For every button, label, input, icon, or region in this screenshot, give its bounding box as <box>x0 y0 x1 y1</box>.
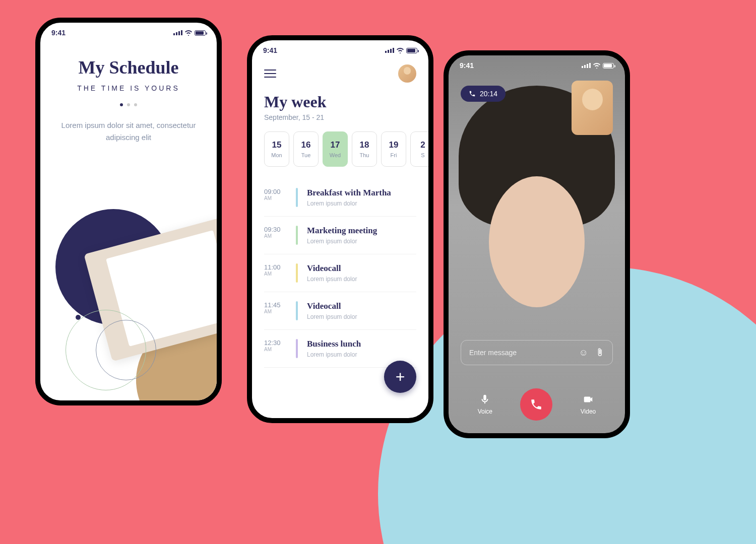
event-ampm: AM <box>264 195 287 201</box>
day-thu[interactable]: 18Thu <box>352 131 377 167</box>
phone-schedule: 9:41 My week September, 15 - 21 15Mon16T… <box>247 35 433 423</box>
wifi-icon <box>184 30 193 36</box>
event-color-bar <box>296 188 298 207</box>
event-title: Marketing meeting <box>307 226 416 236</box>
event-color-bar <box>296 263 298 283</box>
day-wed[interactable]: 17Wed <box>323 131 348 167</box>
event-time: 09:30 <box>264 226 287 233</box>
event-item[interactable]: 11:00AMVideocallLorem ipsum dolor <box>264 254 416 292</box>
day-s[interactable]: 2S <box>410 131 428 167</box>
event-ampm: AM <box>264 309 287 314</box>
self-video-pip[interactable] <box>572 81 613 135</box>
voice-label: Voice <box>478 408 492 415</box>
video-label: Video <box>581 408 596 415</box>
event-time: 11:45 <box>264 301 287 309</box>
event-description: Lorem ipsum dolor <box>307 351 416 358</box>
event-color-bar <box>296 301 298 320</box>
day-name: Wed <box>330 152 341 158</box>
week-title: My week <box>252 93 428 111</box>
day-selector: 15Mon16Tue17Wed18Thu19Fri2S <box>252 131 428 167</box>
event-description: Lorem ipsum dolor <box>307 276 416 283</box>
week-range: September, 15 - 21 <box>252 111 428 131</box>
day-name: Tue <box>301 152 311 158</box>
event-description: Lorem ipsum dolor <box>307 313 416 320</box>
avatar[interactable] <box>398 64 416 83</box>
signal-icon <box>173 30 182 35</box>
attachment-icon[interactable] <box>595 348 604 358</box>
event-description: Lorem ipsum dolor <box>307 238 416 245</box>
day-name: Fri <box>391 152 397 158</box>
status-bar: 9:41 <box>40 23 217 37</box>
event-ampm: AM <box>264 347 287 352</box>
menu-icon[interactable] <box>264 70 276 78</box>
phone-videocall: 9:41 20:14 Enter message ☺ Voice Video <box>444 50 630 438</box>
add-event-button[interactable]: + <box>384 361 416 393</box>
event-color-bar <box>296 226 298 245</box>
event-title: Business lunch <box>307 339 416 349</box>
battery-icon <box>195 30 206 36</box>
day-fri[interactable]: 19Fri <box>381 131 406 167</box>
call-duration: 20:14 <box>480 90 497 98</box>
microphone-icon <box>479 394 490 405</box>
day-number: 2 <box>420 140 425 150</box>
status-time: 9:41 <box>51 29 66 37</box>
event-list: 09:00AMBreakfast with MarthaLorem ipsum … <box>252 167 428 380</box>
event-ampm: AM <box>264 233 287 239</box>
signal-icon <box>385 48 394 53</box>
voice-button[interactable]: Voice <box>478 394 492 415</box>
page-indicator[interactable] <box>55 103 202 106</box>
day-name: Mon <box>271 152 282 158</box>
message-placeholder: Enter message <box>469 349 517 357</box>
day-mon[interactable]: 15Mon <box>264 131 289 167</box>
status-time: 9:41 <box>263 46 277 54</box>
day-number: 16 <box>301 140 311 150</box>
hangup-button[interactable] <box>520 388 552 421</box>
wifi-icon <box>396 47 404 53</box>
event-time: 09:00 <box>264 188 287 195</box>
day-name: Thu <box>360 152 369 158</box>
event-title: Videocall <box>307 301 416 311</box>
onboarding-illustration <box>40 184 217 400</box>
event-title: Videocall <box>307 263 416 274</box>
event-time: 11:00 <box>264 263 287 271</box>
onboarding-title: My Schedule <box>55 57 202 78</box>
onboarding-text: Lorem ipsum dolor sit amet, consectetur … <box>55 119 202 144</box>
onboarding-subtitle: THE TIME IS YOURS <box>55 84 202 92</box>
phone-icon <box>469 90 476 97</box>
video-button[interactable]: Video <box>581 394 596 415</box>
event-item[interactable]: 09:00AMBreakfast with MarthaLorem ipsum … <box>264 179 416 217</box>
day-number: 15 <box>272 140 282 150</box>
event-description: Lorem ipsum dolor <box>307 200 416 207</box>
event-time: 12:30 <box>264 339 287 347</box>
call-controls: Voice Video <box>449 388 625 421</box>
event-ampm: AM <box>264 271 287 277</box>
event-item[interactable]: 09:30AMMarketing meetingLorem ipsum dolo… <box>264 217 416 254</box>
day-name: S <box>421 152 424 158</box>
day-tue[interactable]: 16Tue <box>293 131 319 167</box>
status-icons <box>173 30 206 36</box>
event-title: Breakfast with Martha <box>307 188 416 198</box>
day-number: 18 <box>360 140 369 150</box>
call-duration-pill[interactable]: 20:14 <box>461 86 506 102</box>
status-icons <box>385 47 417 53</box>
message-input[interactable]: Enter message ☺ <box>461 340 613 365</box>
status-bar: 9:41 <box>252 40 428 54</box>
emoji-icon[interactable]: ☺ <box>579 348 588 358</box>
event-item[interactable]: 11:45AMVideocallLorem ipsum dolor <box>264 292 416 330</box>
camera-icon <box>583 394 594 405</box>
battery-icon <box>406 48 417 53</box>
day-number: 19 <box>389 140 399 150</box>
phone-icon <box>530 398 543 411</box>
phone-onboarding: 9:41 My Schedule THE TIME IS YOURS Lorem… <box>35 18 222 405</box>
event-color-bar <box>296 339 298 358</box>
day-number: 17 <box>331 140 340 150</box>
